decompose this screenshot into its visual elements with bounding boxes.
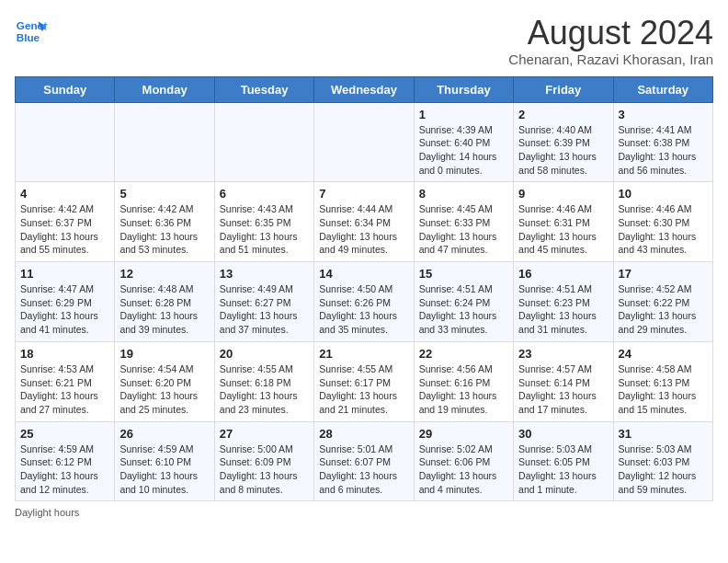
calendar-cell: 22Sunrise: 4:56 AMSunset: 6:16 PMDayligh… — [414, 341, 513, 421]
calendar: SundayMondayTuesdayWednesdayThursdayFrid… — [15, 76, 713, 502]
calendar-cell: 20Sunrise: 4:55 AMSunset: 6:18 PMDayligh… — [214, 341, 313, 421]
day-info: Sunrise: 4:59 AMSunset: 6:12 PMDaylight:… — [20, 442, 109, 497]
day-info: Sunrise: 4:54 AMSunset: 6:20 PMDaylight:… — [119, 362, 209, 417]
day-number: 28 — [319, 427, 408, 441]
day-number: 19 — [119, 347, 209, 361]
calendar-cell — [314, 102, 414, 182]
calendar-cell: 11Sunrise: 4:47 AMSunset: 6:29 PMDayligh… — [16, 262, 115, 342]
day-info: Sunrise: 4:43 AMSunset: 6:35 PMDaylight:… — [220, 202, 309, 257]
day-info: Sunrise: 4:58 AMSunset: 6:13 PMDaylight:… — [619, 362, 708, 417]
calendar-cell: 13Sunrise: 4:49 AMSunset: 6:27 PMDayligh… — [214, 262, 313, 342]
day-info: Sunrise: 5:00 AMSunset: 6:09 PMDaylight:… — [220, 442, 309, 497]
day-number: 2 — [518, 108, 608, 121]
day-info: Sunrise: 4:50 AMSunset: 6:26 PMDaylight:… — [319, 282, 408, 337]
logo-icon: General Blue — [15, 15, 48, 48]
daylight-hours-label: Daylight hours — [15, 507, 79, 518]
day-info: Sunrise: 5:02 AMSunset: 6:06 PMDaylight:… — [419, 442, 508, 497]
calendar-cell: 21Sunrise: 4:55 AMSunset: 6:17 PMDayligh… — [314, 341, 414, 421]
day-info: Sunrise: 4:46 AMSunset: 6:31 PMDaylight:… — [518, 202, 608, 257]
day-number: 4 — [20, 187, 109, 201]
header: General Blue August 2024 Chenaran, Razav… — [15, 15, 713, 67]
day-number: 24 — [619, 347, 708, 361]
day-info: Sunrise: 4:42 AMSunset: 6:36 PMDaylight:… — [119, 202, 209, 257]
main-title: August 2024 — [508, 15, 713, 52]
day-info: Sunrise: 4:47 AMSunset: 6:29 PMDaylight:… — [20, 282, 109, 337]
calendar-cell: 25Sunrise: 4:59 AMSunset: 6:12 PMDayligh… — [16, 421, 115, 501]
day-number: 11 — [20, 267, 109, 281]
day-header-monday: Monday — [115, 76, 214, 102]
day-info: Sunrise: 4:48 AMSunset: 6:28 PMDaylight:… — [119, 282, 209, 337]
day-number: 16 — [518, 267, 608, 281]
day-number: 5 — [119, 187, 209, 201]
day-number: 21 — [319, 347, 408, 361]
calendar-cell: 15Sunrise: 4:51 AMSunset: 6:24 PMDayligh… — [414, 262, 513, 342]
calendar-cell: 12Sunrise: 4:48 AMSunset: 6:28 PMDayligh… — [115, 262, 214, 342]
calendar-cell: 31Sunrise: 5:03 AMSunset: 6:03 PMDayligh… — [613, 421, 712, 501]
day-info: Sunrise: 5:03 AMSunset: 6:03 PMDaylight:… — [619, 442, 708, 497]
calendar-cell: 2Sunrise: 4:40 AMSunset: 6:39 PMDaylight… — [514, 102, 613, 182]
day-number: 22 — [419, 347, 508, 361]
day-number: 3 — [619, 108, 708, 121]
day-number: 7 — [319, 187, 408, 201]
calendar-cell — [214, 102, 313, 182]
day-header-thursday: Thursday — [414, 76, 513, 102]
calendar-cell — [16, 102, 115, 182]
day-info: Sunrise: 4:55 AMSunset: 6:18 PMDaylight:… — [220, 362, 309, 417]
day-number: 17 — [619, 267, 708, 281]
day-info: Sunrise: 4:52 AMSunset: 6:22 PMDaylight:… — [619, 282, 708, 337]
title-block: August 2024 Chenaran, Razavi Khorasan, I… — [508, 15, 713, 67]
day-header-friday: Friday — [514, 76, 613, 102]
calendar-cell: 29Sunrise: 5:02 AMSunset: 6:06 PMDayligh… — [414, 421, 513, 501]
day-number: 15 — [419, 267, 508, 281]
calendar-cell: 9Sunrise: 4:46 AMSunset: 6:31 PMDaylight… — [514, 182, 613, 262]
calendar-cell: 27Sunrise: 5:00 AMSunset: 6:09 PMDayligh… — [214, 421, 313, 501]
day-info: Sunrise: 4:49 AMSunset: 6:27 PMDaylight:… — [220, 282, 309, 337]
day-number: 8 — [419, 187, 508, 201]
day-number: 26 — [119, 427, 209, 441]
calendar-cell: 14Sunrise: 4:50 AMSunset: 6:26 PMDayligh… — [314, 262, 414, 342]
day-number: 13 — [220, 267, 309, 281]
calendar-cell: 7Sunrise: 4:44 AMSunset: 6:34 PMDaylight… — [314, 182, 414, 262]
day-number: 25 — [20, 427, 109, 441]
calendar-cell: 10Sunrise: 4:46 AMSunset: 6:30 PMDayligh… — [613, 182, 712, 262]
day-info: Sunrise: 4:51 AMSunset: 6:24 PMDaylight:… — [419, 282, 508, 337]
day-number: 14 — [319, 267, 408, 281]
day-info: Sunrise: 4:46 AMSunset: 6:30 PMDaylight:… — [619, 202, 708, 257]
day-info: Sunrise: 4:59 AMSunset: 6:10 PMDaylight:… — [119, 442, 209, 497]
day-number: 30 — [518, 427, 608, 441]
calendar-cell: 16Sunrise: 4:51 AMSunset: 6:23 PMDayligh… — [514, 262, 613, 342]
logo: General Blue — [15, 15, 48, 48]
day-number: 23 — [518, 347, 608, 361]
day-info: Sunrise: 4:41 AMSunset: 6:38 PMDaylight:… — [619, 123, 708, 178]
day-number: 12 — [119, 267, 209, 281]
day-number: 20 — [220, 347, 309, 361]
calendar-cell: 1Sunrise: 4:39 AMSunset: 6:40 PMDaylight… — [414, 102, 513, 182]
day-number: 29 — [419, 427, 508, 441]
calendar-cell: 30Sunrise: 5:03 AMSunset: 6:05 PMDayligh… — [514, 421, 613, 501]
svg-text:Blue: Blue — [17, 31, 40, 43]
day-number: 18 — [20, 347, 109, 361]
day-header-wednesday: Wednesday — [314, 76, 414, 102]
day-info: Sunrise: 4:56 AMSunset: 6:16 PMDaylight:… — [419, 362, 508, 417]
day-info: Sunrise: 4:53 AMSunset: 6:21 PMDaylight:… — [20, 362, 109, 417]
calendar-cell: 18Sunrise: 4:53 AMSunset: 6:21 PMDayligh… — [16, 341, 115, 421]
day-info: Sunrise: 4:42 AMSunset: 6:37 PMDaylight:… — [20, 202, 109, 257]
calendar-cell: 23Sunrise: 4:57 AMSunset: 6:14 PMDayligh… — [514, 341, 613, 421]
calendar-cell: 24Sunrise: 4:58 AMSunset: 6:13 PMDayligh… — [613, 341, 712, 421]
day-info: Sunrise: 4:51 AMSunset: 6:23 PMDaylight:… — [518, 282, 608, 337]
calendar-cell: 8Sunrise: 4:45 AMSunset: 6:33 PMDaylight… — [414, 182, 513, 262]
day-info: Sunrise: 4:57 AMSunset: 6:14 PMDaylight:… — [518, 362, 608, 417]
calendar-cell: 5Sunrise: 4:42 AMSunset: 6:36 PMDaylight… — [115, 182, 214, 262]
day-info: Sunrise: 5:01 AMSunset: 6:07 PMDaylight:… — [319, 442, 408, 497]
day-number: 10 — [619, 187, 708, 201]
page: General Blue August 2024 Chenaran, Razav… — [0, 0, 728, 527]
day-info: Sunrise: 4:39 AMSunset: 6:40 PMDaylight:… — [419, 123, 508, 178]
calendar-cell — [115, 102, 214, 182]
calendar-cell: 17Sunrise: 4:52 AMSunset: 6:22 PMDayligh… — [613, 262, 712, 342]
day-number: 31 — [619, 427, 708, 441]
day-info: Sunrise: 4:55 AMSunset: 6:17 PMDaylight:… — [319, 362, 408, 417]
subtitle: Chenaran, Razavi Khorasan, Iran — [508, 52, 713, 67]
footer-note: Daylight hours — [15, 507, 713, 518]
day-number: 1 — [419, 108, 508, 121]
calendar-cell: 6Sunrise: 4:43 AMSunset: 6:35 PMDaylight… — [214, 182, 313, 262]
